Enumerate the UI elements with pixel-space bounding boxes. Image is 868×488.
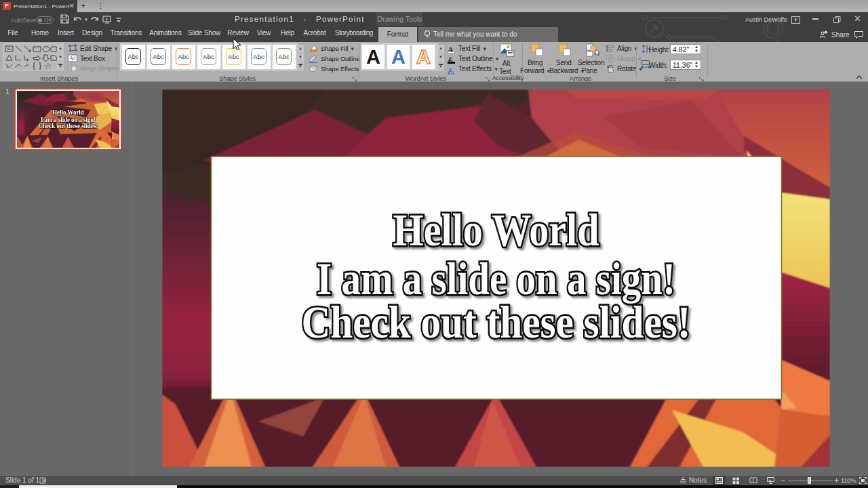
svg-text:☆: ☆ xyxy=(44,61,52,70)
svg-text:{: { xyxy=(33,60,36,70)
svg-text:A: A xyxy=(70,56,74,62)
svg-text:}: } xyxy=(39,60,42,70)
